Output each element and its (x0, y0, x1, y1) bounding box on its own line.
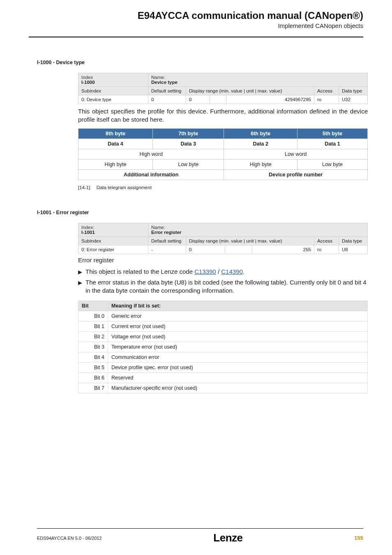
td: Device profile spec. error (not used) (108, 363, 368, 373)
td: Generic error (108, 311, 368, 321)
cell: 0: Device type (78, 95, 148, 104)
col: Access (314, 87, 339, 95)
td: Communication error (108, 352, 368, 363)
label: Name: (151, 75, 165, 80)
section-2-title: I-1001 - Error register (37, 210, 363, 215)
t: . (243, 268, 244, 275)
th: 5th byte (297, 128, 367, 139)
caption-text: Data telegram assignment (97, 185, 152, 190)
label: Index: (81, 225, 94, 230)
cell: 0 (148, 95, 186, 104)
label: Index (81, 75, 93, 80)
bullet-arrow-icon: ▶ (78, 268, 85, 276)
bullet-text: This object is related to the Lenze code… (85, 268, 244, 276)
td: Voltage error (not used) (108, 332, 368, 342)
link-c14390[interactable]: C14390 (221, 268, 243, 275)
cell: 0: Error register (78, 245, 148, 254)
cell: ro (314, 245, 339, 254)
cell: 0 (186, 245, 225, 254)
page-footer: EDS94AYCCA EN 5.0 - 06/2012 Lenze 155 (0, 532, 392, 544)
td: Bit 7 (78, 383, 108, 393)
doc-subtitle: Implemented CANopen objects (0, 22, 363, 29)
link-c13390[interactable]: C13390 (194, 268, 216, 275)
bullet-list: ▶ This object is related to the Lenze co… (78, 268, 368, 295)
value: I-1001 (81, 230, 95, 235)
td: Current error (not used) (108, 321, 368, 332)
th: 7th byte (153, 128, 224, 139)
td: Device profile number (224, 169, 368, 180)
td: Bit 3 (78, 342, 108, 352)
col: Default setting (148, 236, 186, 245)
label: Name: (151, 225, 165, 230)
bullet-2: ▶ The error status in the data byte (U8)… (78, 278, 368, 295)
obj-1001-table: Index: I-1001 Name: Error register Subin… (78, 223, 368, 254)
th: Bit (78, 301, 108, 311)
cell (210, 95, 226, 104)
td: Data 3 (153, 139, 224, 149)
byte-layout-table: 8th byte 7th byte 6th byte 5th byte Data… (78, 128, 368, 180)
cell: Name: Device type (148, 73, 368, 87)
td: High byte (78, 159, 153, 169)
cell: 255 (252, 245, 314, 254)
t: This object is related to the Lenze code (85, 268, 194, 275)
col: Default setting (148, 87, 186, 95)
page-content: I-1000 - Device type Index I-1000 Name: … (0, 37, 392, 393)
col: Data type (339, 87, 368, 95)
bit-meaning-table: Bit Meaning if bit is set: Bit 0Generic … (78, 301, 368, 393)
doc-id: EDS94AYCCA EN 5.0 - 06/2012 (37, 536, 102, 541)
td: High word (78, 149, 224, 159)
bullet-1: ▶ This object is related to the Lenze co… (78, 268, 368, 276)
sec1-para: This object specifies the profile for th… (78, 107, 368, 124)
td: Bit 6 (78, 373, 108, 383)
lenze-logo: Lenze (213, 532, 242, 544)
caption-tag: [14-1] (78, 185, 90, 190)
td: Bit 0 (78, 311, 108, 321)
td: Reserved (108, 373, 368, 383)
cell: U8 (339, 245, 368, 254)
col: Data type (339, 236, 368, 245)
cell: Index I-1000 (78, 73, 148, 87)
td: Low byte (153, 159, 224, 169)
td: Data 4 (78, 139, 153, 149)
page-number: 155 (354, 535, 363, 541)
cell: ro (314, 95, 339, 104)
td: Additional information (78, 169, 224, 180)
cell: U32 (339, 95, 368, 104)
td: Manufacturer-specific error (not used) (108, 383, 368, 393)
cell: 0 (186, 95, 210, 104)
td: Bit 2 (78, 332, 108, 342)
th: 8th byte (78, 128, 153, 139)
th: 6th byte (224, 128, 297, 139)
value: Error register (151, 230, 182, 235)
td: Bit 5 (78, 363, 108, 373)
value: I-1000 (81, 80, 95, 85)
td: Data 2 (224, 139, 297, 149)
bullet-arrow-icon: ▶ (78, 278, 85, 295)
cell: - (148, 245, 186, 254)
cell: 4294967295 (226, 95, 314, 104)
footer-rule (37, 528, 363, 529)
caption-14-1: [14-1] Data telegram assignment (78, 185, 363, 190)
value: Device type (151, 80, 178, 85)
col: Access (314, 236, 339, 245)
obj-1000-table: Index I-1000 Name: Device type Subindex … (78, 73, 368, 104)
col: Display range (min. value | unit | max. … (186, 87, 314, 95)
error-register-heading: Error register (78, 257, 363, 264)
td: Bit 1 (78, 321, 108, 332)
t: / (216, 268, 221, 275)
page-header: E94AYCCA communication manual (CANopen®)… (0, 0, 392, 32)
th: Meaning if bit is set: (108, 301, 368, 311)
td: Low word (224, 149, 368, 159)
cell: Index: I-1001 (78, 223, 148, 236)
col: Subindex (78, 236, 148, 245)
td: High byte (224, 159, 297, 169)
cell (225, 245, 252, 254)
td: Bit 4 (78, 352, 108, 363)
cell: Name: Error register (148, 223, 368, 236)
td: Low byte (297, 159, 367, 169)
doc-title: E94AYCCA communication manual (CANopen®) (0, 10, 363, 21)
col: Display range (min. value | unit | max. … (186, 236, 314, 245)
bullet-text: The error status in the data byte (U8) i… (85, 278, 368, 295)
col: Subindex (78, 87, 148, 95)
section-1-title: I-1000 - Device type (37, 60, 363, 65)
